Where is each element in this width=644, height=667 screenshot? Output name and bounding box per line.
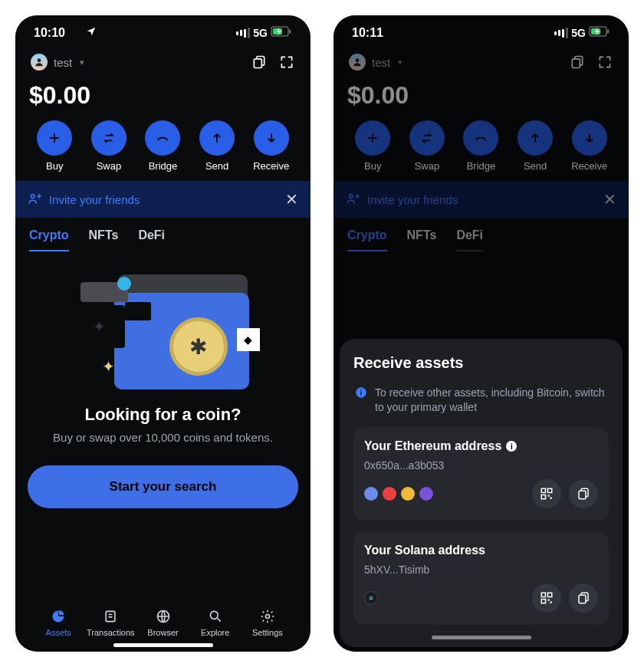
svg-point-9 (210, 611, 218, 619)
address-card-ethereum[interactable]: Your Ethereum address i 0x650a...a3b053 (353, 427, 609, 521)
account-switcher[interactable]: test ▾ (31, 54, 84, 71)
status-right: 5G (553, 26, 610, 40)
tab-crypto[interactable]: Crypto (347, 228, 387, 251)
action-row: Buy Swap Bridge Send Receive (346, 120, 616, 181)
close-icon[interactable]: ✕ (285, 190, 298, 209)
address-label: Your Ethereum address (364, 439, 501, 453)
svg-rect-25 (550, 498, 552, 499)
invite-banner[interactable]: Invite your friends ✕ (334, 181, 629, 218)
chevron-down-icon: ▾ (80, 58, 84, 67)
tab-defi[interactable]: DeFi (138, 228, 165, 251)
plus-icon (355, 120, 390, 156)
network-label: 5G (253, 27, 268, 39)
invite-label: Invite your friends (49, 193, 140, 206)
svg-rect-27 (579, 491, 586, 499)
scan-icon[interactable] (278, 54, 295, 71)
home-indicator[interactable] (432, 636, 531, 639)
copy-button[interactable] (569, 479, 598, 508)
avatar (349, 54, 366, 71)
chain-polygon-icon (419, 487, 433, 501)
signal-icon (235, 28, 250, 38)
action-bridge[interactable]: Bridge (454, 120, 508, 172)
network-label: 5G (571, 27, 586, 39)
nav-transactions[interactable]: Transactions (84, 608, 136, 637)
receipt-icon (102, 608, 119, 625)
tab-nfts[interactable]: NFTs (407, 228, 437, 251)
svg-rect-21 (541, 488, 545, 492)
copy-icon[interactable] (251, 54, 268, 71)
qr-button[interactable] (532, 583, 561, 613)
tabs: Crypto NFTs DeFi (346, 218, 616, 251)
copy-icon[interactable] (569, 54, 586, 71)
svg-rect-2 (289, 30, 291, 34)
arrow-down-icon (254, 120, 289, 156)
tab-crypto[interactable]: Crypto (29, 228, 69, 251)
status-bar: 10:11 5G (346, 23, 616, 46)
nav-assets[interactable]: Assets (32, 608, 84, 637)
phone-right: 10:11 5G test ▾ $0.00 Buy Swap Bridge Se… (334, 15, 629, 652)
avatar (31, 54, 48, 71)
empty-subtitle: Buy or swap over 10,000 coins and tokens… (28, 431, 298, 444)
swap-icon (409, 120, 445, 156)
start-search-button[interactable]: Start your search (28, 465, 298, 508)
action-send[interactable]: Send (508, 120, 563, 172)
svg-rect-19 (360, 392, 361, 396)
copy-button[interactable] (569, 583, 598, 613)
qr-button[interactable] (532, 479, 561, 508)
info-icon (355, 386, 367, 415)
tab-nfts[interactable]: NFTs (89, 228, 119, 251)
home-indicator[interactable] (113, 643, 213, 647)
svg-rect-32 (550, 602, 552, 603)
globe-icon (155, 608, 172, 625)
status-time: 10:10 (34, 26, 65, 40)
invite-label: Invite your friends (367, 193, 458, 206)
action-buy[interactable]: Buy (346, 120, 400, 172)
svg-rect-22 (548, 488, 552, 492)
action-send[interactable]: Send (190, 120, 245, 172)
svg-point-6 (31, 194, 35, 198)
svg-rect-30 (541, 600, 545, 603)
arrow-up-icon (518, 120, 553, 156)
svg-rect-16 (572, 59, 580, 68)
action-receive[interactable]: Receive (562, 120, 616, 172)
empty-title: Looking for a coin? (28, 405, 298, 425)
action-swap[interactable]: Swap (400, 120, 455, 172)
address-value: 0x650a...a3b053 (364, 459, 598, 472)
signal-icon (553, 28, 568, 38)
account-switcher[interactable]: test ▾ (349, 54, 402, 71)
address-value: 5hXV...Tisimb (364, 564, 598, 576)
nav-settings[interactable]: Settings (242, 608, 294, 637)
tab-defi[interactable]: DeFi (456, 228, 483, 251)
action-buy[interactable]: Buy (28, 120, 82, 172)
pie-icon (50, 608, 67, 625)
chain-icons: ≡ (364, 591, 378, 605)
sheet-info-text: To receive other assets, including Bitco… (375, 386, 607, 415)
action-receive[interactable]: Receive (244, 120, 298, 172)
status-bar: 10:10 5G (28, 23, 298, 46)
svg-point-10 (265, 615, 269, 619)
receive-sheet: Receive assets To receive other assets, … (340, 339, 623, 647)
gear-icon (259, 608, 276, 625)
close-icon[interactable]: ✕ (603, 190, 616, 209)
svg-rect-31 (548, 600, 550, 601)
balance: $0.00 (346, 78, 616, 120)
sheet-title: Receive assets (353, 354, 609, 372)
chain-icons (364, 487, 433, 501)
nav-browser[interactable]: Browser (136, 608, 189, 637)
svg-point-3 (38, 58, 41, 62)
address-card-solana[interactable]: Your Solana address 5hXV...Tisimb ≡ (353, 531, 609, 625)
svg-rect-24 (548, 495, 550, 497)
info-icon[interactable]: i (506, 441, 517, 452)
invite-banner[interactable]: Invite your friends ✕ (15, 181, 310, 218)
svg-rect-28 (541, 593, 545, 596)
scan-icon[interactable] (596, 54, 613, 71)
bridge-icon (463, 120, 498, 156)
svg-point-17 (350, 194, 353, 198)
status-right: 5G (235, 26, 292, 40)
action-swap[interactable]: Swap (82, 120, 136, 172)
location-icon (86, 26, 97, 40)
svg-rect-29 (548, 593, 552, 596)
account-name: test (372, 56, 390, 69)
action-bridge[interactable]: Bridge (136, 120, 190, 172)
nav-explore[interactable]: Explore (189, 608, 242, 637)
